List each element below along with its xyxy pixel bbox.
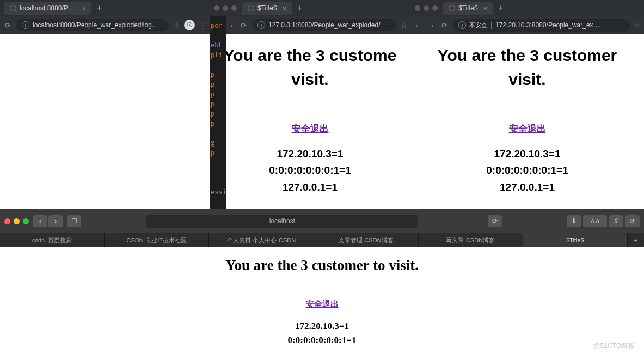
page-content: You are the 3 customer visit. 安全退出 172.2… — [410, 34, 644, 209]
safari-tab[interactable]: 写文章-CSDN博客 — [419, 233, 523, 247]
new-tab-button[interactable]: + — [297, 3, 302, 13]
safari-toolbar: ‹ › ☐ localhost ⟳ ⬇ A A ⇪ ⧉ — [0, 209, 644, 233]
logout-link[interactable]: 安全退出 — [306, 299, 339, 309]
ip-entry: 172.20.10.3=1 — [0, 319, 644, 333]
back-button[interactable]: ‹ — [33, 215, 47, 227]
back-icon[interactable]: ← — [414, 21, 422, 29]
tab-title: $Title$ — [257, 4, 277, 12]
tabs-button[interactable]: ⧉ — [625, 215, 640, 227]
ip-entry: 127.0.0.1=1 — [210, 179, 410, 196]
ip-entry: 127.0.0.1=1 — [410, 179, 644, 196]
ip-entry: 172.20.10.3=1 — [210, 146, 410, 162]
ip-entry: 0:0:0:0:0:0:0:1=1 — [210, 162, 410, 179]
page-heading: You are the 3 customer to visit. — [0, 257, 644, 274]
new-tab-button[interactable]: + — [628, 233, 644, 247]
forward-icon[interactable]: → — [226, 21, 235, 29]
download-button[interactable]: ⬇ — [567, 215, 581, 227]
page-content: You are the 3 customer to visit. 安全退出 17… — [0, 247, 644, 348]
window-controls[interactable] — [214, 5, 237, 11]
info-icon[interactable]: i — [458, 21, 466, 29]
reload-button[interactable]: ⟳ — [488, 215, 502, 227]
browser-tab[interactable]: localhost:8080/People_war_e × — [4, 2, 91, 15]
new-tab-button[interactable]: + — [97, 3, 102, 13]
address-bar: ⟳ i localhost:8080/People_war_exploded/l… — [0, 16, 210, 34]
address-bar: ← → ⟳ i 127.0.0.1:8080/People_war_explod… — [210, 16, 410, 34]
reload-icon[interactable]: ⟳ — [440, 21, 449, 29]
url-input[interactable]: i 不安全 | 172.20.10.3:8080/People_war_ex… — [453, 19, 630, 32]
ip-entry: 0:0:0:0:0:0:0:1=1 — [0, 333, 644, 347]
new-tab-button[interactable]: + — [498, 3, 503, 13]
code-editor-strip: por ebL pli p p p p p p @ p essio — [210, 16, 226, 209]
ip-list: 172.20.10.3=1 0:0:0:0:0:0:0:1=1 127.0.0.… — [410, 146, 644, 196]
logout-link[interactable]: 安全退出 — [292, 123, 329, 135]
forward-icon[interactable]: → — [427, 21, 436, 29]
bookmark-icon[interactable]: ☆ — [401, 21, 407, 29]
url-input[interactable]: i 127.0.0.1:8080/People_war_exploded/ — [252, 19, 396, 31]
forward-button[interactable]: › — [48, 215, 63, 227]
ip-list: 172.20.10.3=1 0:0:0:0:0:0:0:1=1 — [0, 319, 644, 348]
chrome-window-mid: $Title$ × + ← → ⟳ i 127.0.0.1:8080/Peopl… — [210, 0, 410, 209]
nav-buttons: ‹ › — [33, 215, 63, 227]
menu-icon[interactable]: ⋮ — [199, 21, 206, 29]
url-text: 172.20.10.3:8080/People_war_ex… — [495, 21, 599, 29]
url-text: localhost:8080/People_war_exploded/log… — [33, 21, 158, 29]
safari-tab[interactable]: 个人资料-个人中心-CSDN — [209, 233, 314, 247]
safari-window: ‹ › ☐ localhost ⟳ ⬇ A A ⇪ ⧉ csdn_百度搜索 CS… — [0, 209, 644, 354]
ip-entry: 172.20.10.3=1 — [410, 146, 644, 162]
chrome-window-left: localhost:8080/People_war_e × + ⟳ i loca… — [0, 0, 210, 209]
globe-icon — [248, 5, 254, 11]
ip-entry: 0:0:0:0:0:0:0:1=1 — [410, 162, 644, 179]
share-button[interactable]: ⇪ — [609, 215, 623, 227]
watermark: @51CTO博客 — [593, 341, 634, 351]
minimize-icon[interactable] — [14, 218, 20, 224]
page-heading: You are the 3 custome visit. — [210, 44, 410, 91]
profile-avatar[interactable]: ☉ — [184, 20, 195, 30]
maximize-icon[interactable] — [23, 218, 29, 224]
tab-bar: localhost:8080/People_war_e × + — [0, 0, 210, 16]
page-content: You are the 3 custome visit. 安全退出 172.20… — [210, 34, 410, 209]
url-input[interactable]: i localhost:8080/People_war_exploded/log… — [16, 19, 169, 31]
safari-tab[interactable]: CSDN-专业IT技术社区 — [105, 233, 209, 247]
ip-list: 172.20.10.3=1 0:0:0:0:0:0:0:1=1 127.0.0.… — [210, 146, 410, 196]
safari-tab[interactable]: 文章管理-CSDN博客 — [314, 233, 419, 247]
chrome-window-right: $Title$ × + ← → ⟳ i 不安全 | 172.20.10.3:80… — [410, 0, 644, 209]
safari-tab[interactable]: csdn_百度搜索 — [0, 233, 105, 247]
sidebar-button[interactable]: ☐ — [67, 215, 81, 227]
page-content — [0, 34, 210, 209]
close-tab-icon[interactable]: × — [483, 4, 488, 13]
close-tab-icon[interactable]: × — [82, 4, 86, 13]
logout-link[interactable]: 安全退出 — [509, 123, 546, 135]
url-text: localhost — [269, 217, 295, 225]
page-heading: You are the 3 customer visit. — [410, 44, 644, 91]
info-icon[interactable]: i — [257, 21, 265, 29]
browser-tab[interactable]: $Title$ × — [242, 2, 292, 15]
tab-bar: $Title$ × + — [210, 0, 410, 16]
address-bar: ← → ⟳ i 不安全 | 172.20.10.3:8080/People_wa… — [410, 16, 644, 34]
tab-bar: $Title$ × + — [410, 0, 644, 16]
window-controls[interactable] — [4, 218, 29, 224]
close-icon[interactable] — [4, 218, 10, 224]
url-input[interactable]: localhost — [146, 215, 418, 228]
tab-title: $Title$ — [458, 4, 478, 12]
reload-icon[interactable]: ⟳ — [3, 21, 12, 29]
globe-icon — [449, 5, 455, 11]
window-controls[interactable] — [415, 5, 438, 11]
info-icon[interactable]: i — [22, 21, 29, 29]
browser-tab[interactable]: $Title$ × — [443, 2, 493, 15]
text-size-button[interactable]: A A — [583, 215, 607, 227]
safari-tab-active[interactable]: $Title$ — [523, 233, 628, 247]
reload-icon[interactable]: ⟳ — [239, 21, 248, 29]
url-text: 127.0.0.1:8080/People_war_exploded/ — [268, 21, 381, 29]
globe-icon — [10, 5, 16, 11]
tab-title: localhost:8080/People_war_e — [20, 4, 76, 12]
safari-tab-bar: csdn_百度搜索 CSDN-专业IT技术社区 个人资料-个人中心-CSDN 文… — [0, 233, 644, 247]
close-tab-icon[interactable]: × — [283, 4, 287, 13]
bookmark-icon[interactable]: ☆ — [634, 21, 641, 29]
not-secure-label: 不安全 — [469, 21, 487, 29]
bookmark-icon[interactable]: ☆ — [173, 21, 180, 29]
